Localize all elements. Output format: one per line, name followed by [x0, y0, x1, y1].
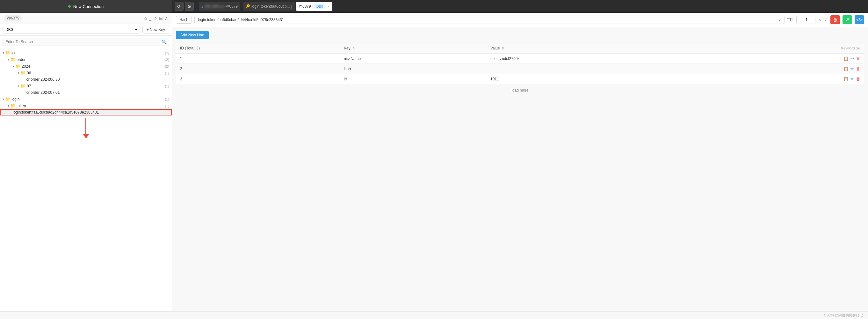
tab-key-search[interactable]: 🔑 login:token:faa6d0cb... |	[243, 2, 295, 11]
tree-area: ▾ 📁 icr (2) ▾ 📁 order (2) ▾ 📁 2024 (2)	[0, 48, 172, 311]
tab-key-preview: login:token:faa6d0cb...	[251, 4, 290, 9]
folder-icon-icr: 📁	[5, 50, 10, 55]
row-actions-3: 📋 ✏ 🗑	[705, 74, 864, 84]
tree-count-order: (2)	[165, 58, 169, 62]
tree-item-07[interactable]: ▾ 📁 07 (1)	[0, 83, 172, 89]
tree-count-2024: (2)	[165, 64, 169, 68]
tree-key-label-icr-06-30: icr:order:2024:06:30	[26, 77, 60, 82]
footer: CSDN @阿维的博客日记	[0, 311, 868, 319]
tree-item-token[interactable]: ▾ 📁 token (1)	[0, 103, 172, 109]
folder-icon-login: 📁	[5, 97, 10, 102]
collapse-icon[interactable]: ∧	[165, 16, 168, 21]
tree-key-icr-07-01[interactable]: icr:order:2024:07:01	[0, 89, 172, 96]
add-new-line-button[interactable]: Add New Line	[176, 31, 209, 39]
reload-icon[interactable]: ↺	[153, 16, 157, 21]
tree-count-icr: (2)	[165, 51, 169, 55]
sidebar-header-icons: ⌂ _ ↺ ⊞ ∧	[144, 16, 168, 21]
row-actions-1: 📋 ✏ 🗑	[705, 53, 864, 64]
ttl-input[interactable]	[796, 16, 815, 24]
row-delete-icon-3[interactable]: 🗑	[856, 77, 860, 81]
tab-bar: ℹ 192.168.x.x @6379 🔑 login:token:faa6d0…	[196, 0, 868, 13]
db-selector-row: DB0 ▾ + New Key	[0, 24, 172, 36]
tab-port: @6379	[225, 4, 238, 9]
db-select[interactable]: DB0 ▾	[3, 26, 140, 33]
content-toolbar: Hash ✓ TTL ✕ ✓ 🗑 ↺ </>	[172, 13, 868, 27]
col-id-header: ID (Total: 3)	[176, 44, 340, 54]
top-bar-left: New Connection	[0, 0, 172, 13]
settings-icon-btn[interactable]: ⚙	[185, 2, 194, 11]
sidebar: @6379 ⌂ _ ↺ ⊞ ∧ DB0 ▾ + New Key 🔍	[0, 13, 172, 311]
row-value-3: 1011	[487, 74, 705, 84]
tree-item-order[interactable]: ▾ 📁 order (2)	[0, 56, 172, 63]
arrow-line	[85, 118, 86, 134]
row-id-2: 2	[176, 64, 340, 74]
row-view-icon-1[interactable]: 📋	[843, 56, 848, 61]
hash-check-icon: ✓	[778, 17, 782, 22]
tree-label-icr: icr	[11, 51, 16, 55]
tree-arrow-07: ▾	[18, 84, 20, 88]
row-actions-2: 📋 ✏ 🗑	[705, 64, 864, 74]
tree-key-login-token[interactable]: login:token:faa6d0cbad2d444ca1d5e078e238…	[0, 109, 172, 115]
key-sort-icon: ⇅	[352, 47, 355, 50]
tree-label-07: 07	[27, 84, 31, 88]
row-delete-icon-1[interactable]: 🗑	[856, 56, 860, 61]
code-button[interactable]: </>	[855, 15, 864, 24]
footer-label: CSDN @阿维的博客日记	[824, 313, 863, 317]
tree-arrow-order: ▾	[8, 58, 9, 61]
row-view-icon-2[interactable]: 📋	[843, 66, 848, 71]
tab-info-icon: ℹ	[202, 4, 203, 9]
tree-item-2024[interactable]: ▾ 📁 2024 (2)	[0, 63, 172, 69]
tree-key-label-icr-07-01: icr:order:2024:07:01	[26, 90, 60, 95]
tab-active-sep: |	[312, 4, 313, 9]
type-badge: Hash	[176, 16, 192, 24]
new-key-button[interactable]: + New Key	[143, 26, 169, 33]
search-box: 🔍	[0, 36, 172, 48]
tree-arrow-2024: ▾	[13, 64, 14, 68]
row-edit-icon-3[interactable]: ✏	[850, 77, 854, 81]
table-header-row: ID (Total: 3) Key ⇅ Value ⇅ Keyword Se	[176, 44, 864, 54]
connection-title: New Connection	[73, 4, 103, 9]
tree-label-token: token	[17, 104, 26, 108]
tab-active-db: DB0	[314, 4, 325, 9]
row-key-1: nickName	[340, 53, 487, 64]
row-view-icon-3[interactable]: 📋	[843, 77, 848, 81]
ttl-label: TTL	[787, 18, 794, 22]
refresh-button[interactable]: ↺	[842, 15, 852, 24]
row-edit-icon-2[interactable]: ✏	[850, 66, 854, 71]
tree-label-2024: 2024	[22, 64, 30, 68]
load-more-btn[interactable]: load more	[176, 84, 864, 96]
delete-button[interactable]: 🗑	[830, 15, 840, 24]
ttl-confirm-icon[interactable]: ✓	[824, 17, 828, 22]
row-delete-icon-2[interactable]: 🗑	[856, 66, 860, 71]
server-tag: @6379	[4, 15, 23, 21]
tree-arrow-login: ▾	[3, 97, 4, 101]
content-area: Hash ✓ TTL ✕ ✓ 🗑 ↺ </> Add New Line	[172, 13, 868, 311]
tree-item-icr[interactable]: ▾ 📁 icr (2)	[0, 50, 172, 56]
tree-key-icr-06-30[interactable]: icr:order:2024:06:30	[0, 76, 172, 83]
home-icon[interactable]: ⌂	[144, 16, 147, 21]
tree-arrow-06: ▾	[18, 71, 20, 75]
tree-key-label-login-token: login:token:faa6d0cbad2d444ca1d5e078e238…	[13, 110, 99, 115]
grid-icon[interactable]: ⊞	[159, 16, 163, 21]
tree-arrow-token: ▾	[8, 104, 9, 108]
folder-icon-2024: 📁	[15, 64, 21, 68]
row-value-2	[487, 64, 705, 74]
search-input[interactable]	[3, 38, 169, 46]
terminal-icon[interactable]: _	[149, 16, 151, 21]
tab-active-key[interactable]: @6379 | DB0 ×	[296, 2, 332, 11]
row-id-3: 3	[176, 74, 340, 84]
tree-item-login[interactable]: ▾ 📁 login (1)	[0, 96, 172, 103]
row-edit-icon-1[interactable]: ✏	[850, 56, 854, 61]
refresh-icon: ↺	[845, 17, 849, 22]
hash-key-input[interactable]	[194, 16, 784, 24]
refresh-icon-btn[interactable]: ⟳	[175, 2, 184, 11]
ttl-clear-icon[interactable]: ✕	[818, 18, 822, 22]
connection-status-dot	[68, 5, 71, 8]
content-body: Add New Line ID (Total: 3) Key ⇅ Value	[172, 27, 868, 311]
db-select-value: DB0	[5, 27, 13, 32]
tab-server-info[interactable]: ℹ 192.168.x.x @6379	[199, 2, 240, 11]
row-id-1: 1	[176, 53, 340, 64]
tab-close-btn[interactable]: ×	[328, 4, 330, 8]
table-row: 3 id 1011 📋 ✏ 🗑	[176, 74, 864, 84]
tree-item-06[interactable]: ▾ 📁 06 (1)	[0, 69, 172, 76]
